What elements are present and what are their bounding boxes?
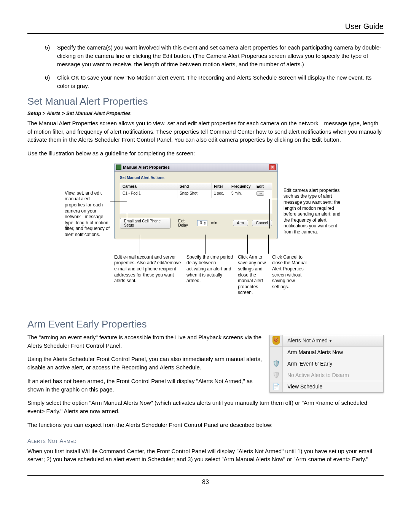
callout-arm: Click Arm to save any new settings and c…	[238, 254, 270, 296]
col-camera[interactable]: Camera	[120, 183, 177, 190]
exit-delay-spinner[interactable]: 3 ▲▼	[197, 220, 207, 226]
dialog-manual-alert: Manual Alert Properties ✕ Set Manual Ale…	[114, 163, 278, 239]
menu-item-view-schedule[interactable]: 📄 View Schedule	[270, 381, 383, 392]
list-text-5: Specify the camera(s) you want involved …	[57, 43, 384, 68]
figure-manual-alert-properties: Manual Alert Properties ✕ Set Manual Ale…	[65, 163, 346, 308]
exit-delay-unit: min.	[211, 221, 218, 225]
subheading-alerts-not-armed: Alerts Not Armed	[27, 438, 384, 444]
schedule-icon: 📄	[272, 383, 280, 390]
shield-small-icon: 🛡️	[272, 360, 280, 367]
section-title-arm: Arm Event Early Properties	[27, 318, 384, 330]
sub-p: When you first install WiLife Command Ce…	[27, 447, 384, 464]
col-frequency[interactable]: Frequency	[229, 183, 254, 190]
app-icon	[116, 165, 121, 170]
col-edit[interactable]: Edit	[254, 183, 267, 190]
col-send[interactable]: Send	[177, 183, 212, 190]
shield-icon	[272, 336, 280, 345]
list-text-6: Click OK to save your new "No Motion" al…	[57, 73, 384, 90]
shield-grey-icon: 🛡️	[272, 371, 280, 379]
callout-email: Edit e-mail account and server propertie…	[114, 254, 183, 284]
cell-filter: 1 sec.	[212, 190, 229, 198]
menu-item-no-active: 🛡️ No Active Alerts to Disarm	[270, 369, 383, 381]
callout-delay: Specify the time period delay between ac…	[186, 254, 236, 284]
email-setup-button[interactable]: Email and Cell Phone Setup	[120, 218, 170, 228]
section-title-manual: Set Manual Alert Properties	[27, 96, 384, 107]
callout-cancel: Click Cancel to close the Manual Alert P…	[272, 254, 310, 290]
table-row[interactable]: C1 - Pod 1 Snap Shot 1 sec. 5 min.	[120, 190, 272, 198]
sec1-p1: The Manual Alert Properties screen allow…	[27, 119, 384, 144]
menu-header-label: Alerts Not Armed ▾	[283, 335, 383, 345]
list-num-5: 5)	[45, 43, 53, 68]
cell-send: Snap Shot	[177, 190, 212, 198]
dialog-title: Manual Alert Properties	[123, 165, 170, 169]
menu-label: Arm Manual Alerts Now	[283, 347, 383, 357]
callout-left: View, set, and edit manual alert propert…	[65, 190, 110, 238]
callout-right: Edit camera alert properties such as the…	[284, 188, 344, 235]
breadcrumb: Setup > Alerts > Set Manual Alert Proper…	[27, 110, 384, 116]
dialog-section-header: Set Manual Alert Actions	[115, 172, 277, 183]
cell-camera: C1 - Pod 1	[120, 190, 177, 198]
sec2-p4: Simply select the option "Arm Manual Ale…	[27, 399, 384, 415]
menu-item-arm-now[interactable]: Arm Manual Alerts Now	[270, 347, 383, 358]
figure-front-control-panel: Alerts Not Armed ▾ Arm Manual Alerts Now…	[269, 335, 384, 393]
arm-button[interactable]: Arm	[233, 220, 248, 226]
list-num-6: 6)	[45, 73, 53, 90]
camera-list[interactable]: Camera Send Filter Frequency Edit C1 - P…	[120, 183, 272, 214]
exit-delay-label: Exit Delay	[178, 219, 193, 227]
cell-edit[interactable]	[254, 190, 267, 198]
menu-label: No Active Alerts to Disarm	[283, 370, 383, 380]
header-rule	[27, 33, 384, 34]
sec1-p2: Use the illustration below as a guidelin…	[27, 149, 384, 158]
menu-label: Arm 'Event 6' Early	[283, 359, 383, 369]
cell-frequency: 5 min.	[229, 190, 254, 198]
menu-item-arm-event-early[interactable]: 🛡️ Arm 'Event 6' Early	[270, 358, 383, 369]
close-button[interactable]: ✕	[269, 164, 276, 170]
edit-row-button[interactable]	[256, 191, 264, 196]
menu-label: View Schedule	[283, 382, 383, 391]
header-right: User Guide	[27, 22, 384, 33]
spinner-arrows-icon[interactable]: ▲▼	[204, 221, 206, 225]
menu-header[interactable]: Alerts Not Armed ▾	[270, 335, 383, 347]
page-number: 83	[27, 479, 384, 486]
footer-rule	[27, 475, 384, 476]
sec2-p5: The functions you can expect from the Al…	[27, 421, 384, 429]
exit-delay-value: 3	[200, 221, 202, 225]
col-filter[interactable]: Filter	[212, 183, 229, 190]
